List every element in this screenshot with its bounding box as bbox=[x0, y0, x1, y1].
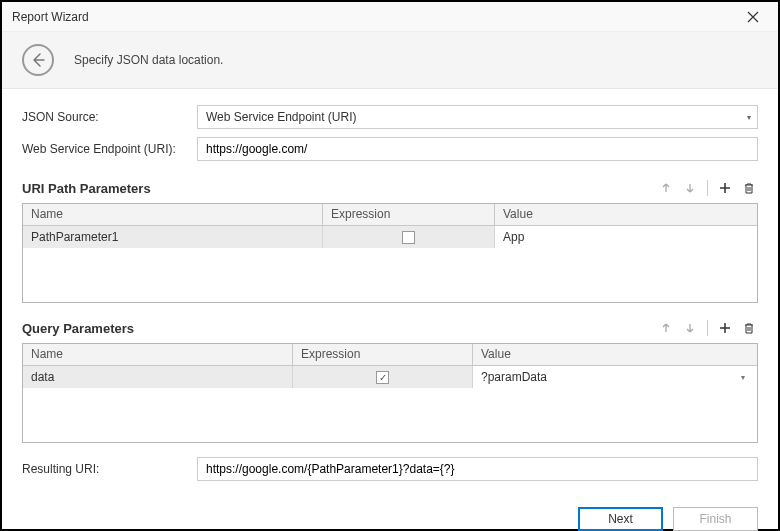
next-button[interactable]: Next bbox=[578, 507, 663, 531]
cell-name[interactable]: data bbox=[23, 366, 293, 388]
cell-value[interactable]: ?paramData ▾ bbox=[473, 366, 757, 388]
grid-empty-area bbox=[23, 388, 757, 442]
grid-empty-area bbox=[23, 248, 757, 302]
table-row[interactable]: PathParameter1 App bbox=[23, 226, 757, 248]
plus-icon bbox=[719, 322, 731, 334]
uri-params-header: URI Path Parameters bbox=[22, 179, 758, 197]
trash-icon bbox=[743, 322, 755, 334]
col-value[interactable]: Value bbox=[473, 344, 757, 365]
uri-params-grid: Name Expression Value PathParameter1 App bbox=[22, 203, 758, 303]
expression-checkbox[interactable]: ✓ bbox=[376, 371, 389, 384]
titlebar: Report Wizard bbox=[2, 2, 778, 32]
finish-button: Finish bbox=[673, 507, 758, 531]
close-icon bbox=[747, 11, 759, 23]
arrow-down-icon bbox=[684, 182, 696, 194]
query-params-title: Query Parameters bbox=[22, 321, 657, 336]
trash-icon bbox=[743, 182, 755, 194]
chevron-down-icon: ▾ bbox=[741, 373, 745, 382]
close-button[interactable] bbox=[738, 2, 768, 32]
resulting-uri-row: Resulting URI: bbox=[22, 457, 758, 481]
query-params-toolbar bbox=[657, 319, 758, 337]
web-endpoint-row: Web Service Endpoint (URI): bbox=[22, 137, 758, 161]
arrow-down-icon bbox=[684, 322, 696, 334]
wizard-subtitle: Specify JSON data location. bbox=[74, 53, 223, 67]
query-grid-header: Name Expression Value bbox=[23, 344, 757, 366]
back-button[interactable] bbox=[22, 44, 54, 76]
arrow-up-icon bbox=[660, 182, 672, 194]
web-endpoint-label: Web Service Endpoint (URI): bbox=[22, 142, 197, 156]
col-name[interactable]: Name bbox=[23, 204, 323, 225]
uri-params-title: URI Path Parameters bbox=[22, 181, 657, 196]
col-name[interactable]: Name bbox=[23, 344, 293, 365]
toolbar-separator bbox=[707, 320, 708, 336]
resulting-uri-label: Resulting URI: bbox=[22, 462, 197, 476]
window-title: Report Wizard bbox=[12, 10, 738, 24]
col-expression[interactable]: Expression bbox=[293, 344, 473, 365]
chevron-down-icon: ▾ bbox=[747, 113, 751, 122]
wizard-header: Specify JSON data location. bbox=[2, 32, 778, 89]
cell-expression[interactable]: ✓ bbox=[293, 366, 473, 388]
uri-grid-header: Name Expression Value bbox=[23, 204, 757, 226]
query-params-grid: Name Expression Value data ✓ ?paramData … bbox=[22, 343, 758, 443]
toolbar-separator bbox=[707, 180, 708, 196]
cell-value[interactable]: App bbox=[495, 226, 757, 248]
move-down-button[interactable] bbox=[681, 319, 699, 337]
json-source-row: JSON Source: Web Service Endpoint (URI) … bbox=[22, 105, 758, 129]
back-arrow-icon bbox=[30, 52, 46, 68]
query-params-header: Query Parameters bbox=[22, 319, 758, 337]
json-source-combo[interactable]: Web Service Endpoint (URI) ▾ bbox=[197, 105, 758, 129]
add-button[interactable] bbox=[716, 179, 734, 197]
table-row[interactable]: data ✓ ?paramData ▾ bbox=[23, 366, 757, 388]
delete-button[interactable] bbox=[740, 319, 758, 337]
value-combo[interactable]: ?paramData ▾ bbox=[481, 370, 749, 384]
uri-params-toolbar bbox=[657, 179, 758, 197]
resulting-uri-input[interactable] bbox=[197, 457, 758, 481]
move-up-button[interactable] bbox=[657, 319, 675, 337]
arrow-up-icon bbox=[660, 322, 672, 334]
delete-button[interactable] bbox=[740, 179, 758, 197]
wizard-window: Report Wizard Specify JSON data location… bbox=[2, 2, 778, 529]
move-down-button[interactable] bbox=[681, 179, 699, 197]
col-expression[interactable]: Expression bbox=[323, 204, 495, 225]
json-source-value: Web Service Endpoint (URI) bbox=[206, 110, 357, 124]
cell-expression[interactable] bbox=[323, 226, 495, 248]
move-up-button[interactable] bbox=[657, 179, 675, 197]
cell-name[interactable]: PathParameter1 bbox=[23, 226, 323, 248]
add-button[interactable] bbox=[716, 319, 734, 337]
wizard-footer: Next Finish bbox=[2, 497, 778, 531]
plus-icon bbox=[719, 182, 731, 194]
json-source-label: JSON Source: bbox=[22, 110, 197, 124]
web-endpoint-input[interactable] bbox=[197, 137, 758, 161]
col-value[interactable]: Value bbox=[495, 204, 757, 225]
expression-checkbox[interactable] bbox=[402, 231, 415, 244]
wizard-content: JSON Source: Web Service Endpoint (URI) … bbox=[2, 89, 778, 497]
